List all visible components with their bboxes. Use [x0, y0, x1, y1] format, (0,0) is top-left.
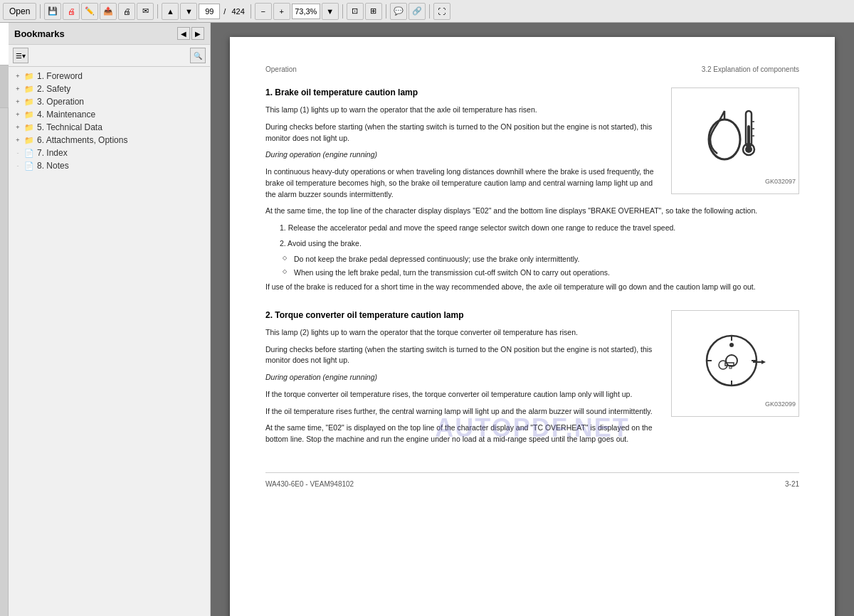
- header-left: Operation: [265, 65, 297, 73]
- doc-icon-index: 📄: [24, 148, 34, 158]
- folder-icon-maintenance: 📁: [24, 110, 34, 120]
- email-button[interactable]: ✉: [137, 3, 154, 20]
- sidebar-title: Bookmarks: [14, 28, 65, 39]
- footer-right: 3-21: [785, 480, 799, 488]
- left-tabs: [0, 23, 9, 616]
- expander-technical: +: [13, 122, 23, 132]
- section-2-p6: At the same time, "E02" is displayed on …: [265, 423, 799, 445]
- sidebar-item-technical-data[interactable]: + 📁 5. Technical Data: [9, 121, 210, 134]
- expander-safety: +: [13, 84, 23, 94]
- figure-2-box: GK032099: [671, 310, 799, 417]
- expander-attachments: +: [13, 135, 23, 145]
- expander-operation: +: [13, 97, 23, 107]
- folder-icon-operation: 📁: [24, 97, 34, 107]
- figure-1-caption: GK032097: [672, 178, 798, 185]
- upload-button[interactable]: 📤: [100, 3, 117, 20]
- footer-left: WA430-6E0 - VEAM948102: [265, 480, 354, 488]
- figure-1-box: GK032097: [671, 87, 799, 194]
- pdf-page: AUTOPDF.NET Operation 3.2 Explanation of…: [230, 37, 835, 616]
- separator-5: [386, 4, 386, 18]
- folder-icon-safety: 📁: [24, 84, 34, 94]
- content-area[interactable]: AUTOPDF.NET Operation 3.2 Explanation of…: [211, 23, 854, 616]
- left-tab-bookmarks[interactable]: [0, 23, 9, 65]
- page-separator: /: [221, 7, 228, 16]
- svg-point-14: [719, 361, 727, 369]
- svg-point-4: [745, 146, 752, 153]
- tree-label-attachments: 6. Attachments, Options: [37, 135, 127, 145]
- sidebar: Bookmarks ◀ ▶ ☰▾ 🔍 + 📁 1. Foreword + 📁 2…: [9, 23, 211, 616]
- sidebar-item-attachments[interactable]: + 📁 6. Attachments, Options: [9, 134, 210, 147]
- section-1-bullet2: When using the left brake pedal, turn th…: [265, 267, 799, 279]
- tree-label-operation: 3. Operation: [37, 97, 84, 107]
- separator-6: [429, 4, 430, 18]
- sidebar-item-foreword[interactable]: + 📁 1. Foreword: [9, 70, 210, 83]
- print-red-button[interactable]: 🖨: [63, 3, 80, 20]
- fullscreen-button[interactable]: ⛶: [433, 3, 450, 20]
- sidebar-tree: + 📁 1. Foreword + 📁 2. Safety + 📁 3. Ope…: [9, 67, 210, 616]
- expander-maintenance: +: [13, 110, 23, 120]
- section-1-p5: At the same time, the top line of the ch…: [265, 206, 799, 217]
- zoom-out-button[interactable]: −: [255, 3, 272, 20]
- section-1-p6: If use of the brake is reduced for a sho…: [265, 282, 799, 293]
- sidebar-item-operation[interactable]: + 📁 3. Operation: [9, 95, 210, 108]
- page-number-input[interactable]: [199, 4, 220, 19]
- sidebar-toolbar: ☰▾ 🔍: [9, 45, 210, 67]
- expander-index: -: [13, 148, 23, 158]
- svg-marker-18: [761, 360, 766, 364]
- sidebar-arrows: ◀ ▶: [177, 27, 204, 40]
- svg-point-0: [709, 120, 740, 159]
- sidebar-header: Bookmarks ◀ ▶: [9, 23, 210, 45]
- open-button[interactable]: Open: [3, 3, 36, 20]
- zoom-in-button[interactable]: +: [273, 3, 290, 20]
- page-footer: WA430-6E0 - VEAM948102 3-21: [265, 472, 799, 488]
- tree-label-foreword: 1. Foreword: [37, 71, 83, 81]
- figure-2-svg: [685, 319, 785, 398]
- expander-foreword: +: [13, 71, 23, 81]
- prev-page-button[interactable]: ▲: [162, 3, 179, 20]
- sidebar-item-maintenance[interactable]: + 📁 4. Maintenance: [9, 108, 210, 121]
- sidebar-arrow-right[interactable]: ▶: [191, 27, 204, 40]
- doc-icon-notes: 📄: [24, 161, 34, 171]
- edit-button[interactable]: ✏️: [81, 3, 98, 20]
- separator-2: [157, 4, 158, 18]
- tree-label-maintenance: 4. Maintenance: [37, 110, 95, 120]
- zoom-input[interactable]: [292, 4, 320, 19]
- link-button[interactable]: 🔗: [408, 3, 426, 20]
- print-button[interactable]: 🖨: [118, 3, 135, 20]
- section-1-list1: 1. Release the accelerator pedal and mov…: [265, 223, 799, 234]
- zoom-dropdown-button[interactable]: ▼: [322, 3, 339, 20]
- next-page-button[interactable]: ▼: [180, 3, 197, 20]
- section-1-bullet1: Do not keep the brake pedal depressed co…: [265, 254, 799, 265]
- tree-label-notes: 8. Notes: [37, 161, 69, 171]
- separator-3: [251, 4, 251, 18]
- comment-button[interactable]: 💬: [390, 3, 407, 20]
- sidebar-item-safety[interactable]: + 📁 2. Safety: [9, 83, 210, 95]
- sidebar-search-button[interactable]: 🔍: [190, 48, 206, 63]
- section-1: GK032097 1. Brake oil temperature cautio…: [265, 87, 799, 299]
- fit-page-button[interactable]: ⊞: [365, 3, 382, 20]
- expander-notes: -: [13, 161, 23, 171]
- tree-label-index: 7. Index: [37, 148, 68, 158]
- sidebar-item-notes[interactable]: - 📄 8. Notes: [9, 159, 210, 172]
- figure-2-caption: GK032099: [672, 400, 798, 408]
- separator-4: [342, 4, 343, 18]
- folder-icon-foreword: 📁: [24, 71, 34, 81]
- main-layout: Bookmarks ◀ ▶ ☰▾ 🔍 + 📁 1. Foreword + 📁 2…: [0, 23, 854, 616]
- sidebar-arrow-left[interactable]: ◀: [177, 27, 190, 40]
- folder-icon-technical: 📁: [24, 122, 34, 132]
- header-right: 3.2 Explanation of components: [702, 65, 799, 73]
- sidebar-options-button[interactable]: ☰▾: [13, 48, 28, 63]
- fit-width-button[interactable]: ⊡: [347, 3, 364, 20]
- tree-label-safety: 2. Safety: [37, 84, 70, 94]
- left-tab-pages[interactable]: [0, 65, 9, 108]
- svg-point-19: [729, 343, 734, 347]
- figure-1-svg: [685, 97, 785, 175]
- page-total: 424: [229, 7, 246, 16]
- toolbar: Open 💾 🖨 ✏️ 📤 🖨 ✉ ▲ ▼ / 424 − + ▼ ⊡ ⊞ 💬 …: [0, 0, 854, 23]
- sidebar-item-index[interactable]: - 📄 7. Index: [9, 147, 210, 159]
- page-header: Operation 3.2 Explanation of components: [265, 65, 799, 73]
- separator-1: [40, 4, 41, 18]
- section-2: GK032099 2. Torque converter oil tempera…: [265, 310, 799, 451]
- tree-label-technical: 5. Technical Data: [37, 122, 102, 132]
- save-button[interactable]: 💾: [44, 3, 61, 20]
